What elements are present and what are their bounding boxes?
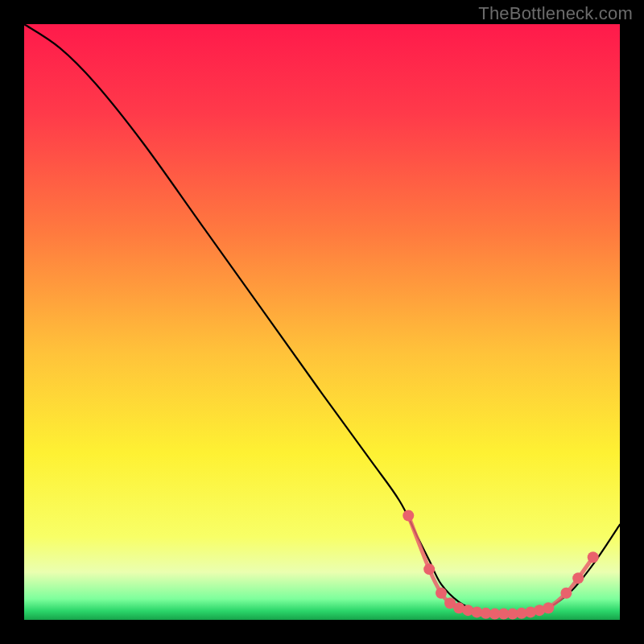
marker-dot	[543, 602, 554, 613]
plot-background	[24, 24, 620, 620]
marker-dot	[402, 510, 414, 522]
marker-dot	[588, 551, 599, 563]
marker-dot	[560, 588, 572, 599]
marker-dot	[423, 564, 435, 575]
marker-dot	[572, 572, 584, 584]
chart-stage: TheBottleneck.com	[0, 0, 644, 644]
chart-svg	[0, 0, 644, 644]
marker-dot	[436, 588, 447, 599]
